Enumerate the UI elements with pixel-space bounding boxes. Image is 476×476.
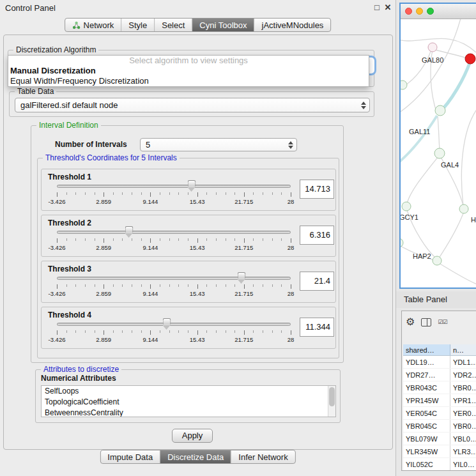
dropdown-item-manual-discretization[interactable]: Manual Discretization xyxy=(8,66,369,76)
apply-button[interactable]: Apply xyxy=(172,429,213,443)
number-of-intervals-combobox[interactable]: 5 xyxy=(140,138,297,151)
column-header[interactable]: shared… xyxy=(403,344,450,355)
table-data-combobox[interactable]: galFiltered.sif default node xyxy=(15,98,370,112)
table-row[interactable]: YIL052CYIL0… xyxy=(403,458,476,470)
tick-label: 28 xyxy=(288,198,295,205)
list-item[interactable]: BetweennessCentrality xyxy=(42,408,335,417)
attributes-list-scrollbar[interactable] xyxy=(328,386,335,417)
network-node[interactable] xyxy=(428,43,437,52)
numerical-attributes-list: SelfLoops TopologicalCoefficient Between… xyxy=(41,385,336,417)
tab-style[interactable]: Style xyxy=(121,19,155,31)
table-row[interactable]: YBR045CYBR0… xyxy=(403,420,476,433)
table-row[interactable]: YDL19…YDL1… xyxy=(403,356,476,369)
screen: Control Panel □ ✕ Network Style Select C… xyxy=(0,0,476,476)
tick-label: 21.715 xyxy=(234,336,253,343)
node-label: GAL11 xyxy=(409,128,430,135)
tick-label: 28 xyxy=(288,244,295,251)
close-icon[interactable]: ✕ xyxy=(383,3,392,12)
threshold-3-slider[interactable]: -3.426 2.859 9.144 15.43 21.715 28 xyxy=(57,272,291,297)
network-node[interactable] xyxy=(459,204,468,213)
table-panel-window: ⚙ ☑☑ shared… n… YDL19…YDL1… YDR27…YDR2… … xyxy=(401,311,476,471)
network-node[interactable] xyxy=(433,256,441,265)
threshold-1-slider[interactable]: -3.426 2.859 9.144 15.43 21.715 28 xyxy=(57,180,291,205)
close-traffic-light-icon[interactable] xyxy=(405,8,412,15)
gear-icon[interactable]: ⚙ xyxy=(406,317,415,327)
dropdown-item-equal-width[interactable]: Equal Width/Frequency Discretization xyxy=(8,76,369,86)
tick-label: -3.426 xyxy=(49,244,66,251)
tab-network[interactable]: Network xyxy=(65,19,122,31)
slider-track[interactable] xyxy=(57,231,291,234)
combo-arrows-icon xyxy=(288,141,293,149)
slider-thumb[interactable] xyxy=(238,272,246,279)
control-panel-tabbar: Network Style Select Cyni Toolbox jActiv… xyxy=(65,18,332,32)
tick-label: 15.43 xyxy=(190,336,205,343)
number-of-intervals-value: 5 xyxy=(146,140,150,150)
slider-track[interactable] xyxy=(57,323,291,326)
numerical-attributes-label: Numerical Attributes xyxy=(41,374,116,383)
slider-thumb[interactable] xyxy=(163,318,171,325)
slider-minor-ticks xyxy=(57,192,291,195)
thresholds-group-title: Threshold's Coordinates for 5 Intervals xyxy=(43,153,180,162)
network-node[interactable] xyxy=(401,81,407,89)
table-row[interactable]: YBR043CYBR0… xyxy=(403,381,476,394)
slider-track[interactable] xyxy=(57,277,291,280)
tab-cyni-toolbox[interactable]: Cyni Toolbox xyxy=(192,19,254,31)
interval-definition-title: Interval Definition xyxy=(36,121,101,130)
threshold-2-group: Threshold 2 -3.426 2.859 9.144 xyxy=(41,215,336,257)
table-row[interactable]: YLR345WYLR3… xyxy=(403,445,476,458)
network-icon xyxy=(72,21,81,29)
table-panel-toolbar: ⚙ ☑☑ xyxy=(406,314,447,330)
column-header[interactable]: n… xyxy=(450,344,476,355)
threshold-1-value-field[interactable]: 14.713 xyxy=(300,180,334,199)
tick-label: 2.859 xyxy=(96,198,111,205)
tab-jactivemodules[interactable]: jActiveMNodules xyxy=(255,19,331,31)
network-node[interactable] xyxy=(434,148,445,158)
table-row[interactable]: YPR145WYPR1… xyxy=(403,394,476,407)
thresholds-groupbox: Threshold's Coordinates for 5 Intervals … xyxy=(37,158,339,358)
table-panel-title: Table Panel xyxy=(404,295,447,304)
network-node[interactable] xyxy=(435,105,445,116)
slider-track[interactable] xyxy=(57,185,291,188)
list-item[interactable]: TopologicalCoefficient xyxy=(42,397,335,408)
tab-select[interactable]: Select xyxy=(155,19,192,31)
threshold-2-value-field[interactable]: 6.316 xyxy=(300,226,334,245)
float-window-icon[interactable]: □ xyxy=(372,3,381,12)
slider-thumb[interactable] xyxy=(188,180,196,187)
table-row[interactable]: YDR27…YDR2… xyxy=(403,369,476,381)
table-panel-titlebar: Table Panel xyxy=(396,291,476,308)
zoom-traffic-light-icon[interactable] xyxy=(427,8,434,15)
select-columns-icon[interactable]: ☑☑ xyxy=(438,319,447,325)
selected-network-node[interactable] xyxy=(465,54,475,64)
list-item[interactable]: SelfLoops xyxy=(42,386,335,397)
tab-impute-data[interactable]: Impute Data xyxy=(100,450,160,463)
threshold-2-slider[interactable]: -3.426 2.859 9.144 15.43 21.715 28 xyxy=(57,226,291,251)
network-view-window: GAL80 GAL11 GAL4 GCY1 HAP2 H xyxy=(399,3,476,289)
table-row[interactable]: YER054CYER0… xyxy=(403,407,476,420)
combo-arrows-icon xyxy=(361,102,366,109)
table-data-value: galFiltered.sif default node xyxy=(20,100,118,110)
network-node[interactable] xyxy=(401,238,403,247)
threshold-4-slider[interactable]: -3.426 2.859 9.144 15.43 21.715 28 xyxy=(57,318,291,343)
table-row[interactable]: YBL079WYBL0… xyxy=(403,433,476,445)
number-of-intervals-label: Number of Intervals xyxy=(55,140,127,149)
tick-label: 9.144 xyxy=(143,290,158,297)
node-label: HAP2 xyxy=(413,252,431,260)
tab-discretize-data[interactable]: Discretize Data xyxy=(160,450,231,463)
table-body: YDL19…YDL1… YDR27…YDR2… YBR043CYBR0… YPR… xyxy=(403,356,476,470)
slider-minor-ticks xyxy=(57,238,291,241)
minimize-traffic-light-icon[interactable] xyxy=(416,8,423,15)
threshold-4-value-field[interactable]: 11.344 xyxy=(300,318,334,337)
tab-infer-network[interactable]: Infer Network xyxy=(231,450,295,463)
interval-definition-groupbox: Interval Definition Number of Intervals … xyxy=(31,125,344,363)
tick-label: 28 xyxy=(288,290,295,297)
slider-minor-ticks xyxy=(57,330,291,333)
slider-thumb[interactable] xyxy=(125,226,134,233)
network-node[interactable] xyxy=(402,202,411,211)
scrollbar-thumb[interactable] xyxy=(329,387,335,406)
network-canvas[interactable]: GAL80 GAL11 GAL4 GCY1 HAP2 H xyxy=(401,19,476,288)
columns-icon[interactable] xyxy=(421,318,431,326)
table-data-groupbox: Table Data galFiltered.sif default node xyxy=(9,91,374,117)
network-window-titlebar[interactable] xyxy=(401,4,476,19)
threshold-1-group: Threshold 1 -3.426 2.859 9.144 xyxy=(41,169,336,211)
threshold-3-value-field[interactable]: 21.4 xyxy=(300,272,334,291)
